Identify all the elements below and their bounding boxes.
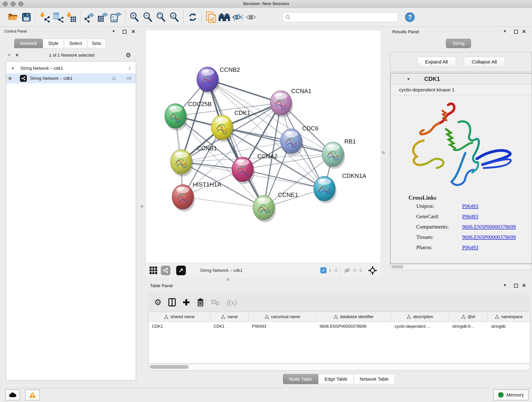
tab-node-table[interactable]: Node Table <box>283 374 318 384</box>
save-floppy-icon <box>22 13 31 22</box>
zoom-out-button[interactable] <box>141 11 154 24</box>
cell-canonical-name[interactable]: P06493 <box>249 322 317 331</box>
import-table-button[interactable] <box>65 11 78 24</box>
zoom-fit-button[interactable] <box>154 11 168 24</box>
column-header[interactable]: canonical name <box>249 312 317 322</box>
apply-layout-refresh-button[interactable] <box>186 11 199 24</box>
cell-id[interactable]: stringdb:9... <box>449 322 488 331</box>
tab-select[interactable]: Select <box>64 39 87 48</box>
tab-sets[interactable]: Sets <box>87 39 106 48</box>
column-header[interactable]: @id <box>449 312 488 322</box>
results-panel-float-icon[interactable] <box>514 30 518 35</box>
grid-view-icon[interactable] <box>149 266 158 274</box>
cell-name[interactable]: CDK1 <box>210 322 249 331</box>
scrollbar-thumb[interactable] <box>150 365 189 369</box>
control-panel-close-icon[interactable]: ✕ <box>131 29 135 34</box>
column-header[interactable]: description <box>391 312 449 322</box>
network-panel-gear-icon[interactable]: ⚙ <box>126 52 131 58</box>
left-splitter-handle[interactable] <box>140 205 143 208</box>
column-header[interactable]: name <box>210 312 249 322</box>
control-panel-menu-icon[interactable]: ▼ <box>112 29 115 33</box>
results-horizontal-scrollbar[interactable] <box>390 264 532 270</box>
results-panel-menu-icon[interactable]: ▼ <box>503 29 507 33</box>
import-network-button[interactable] <box>38 11 51 24</box>
string-clone-network-button[interactable] <box>204 11 218 24</box>
tab-network[interactable]: Network <box>14 39 43 48</box>
table-panel-menu-icon[interactable]: ▼ <box>503 283 507 287</box>
memory-button[interactable]: Memory <box>493 389 529 400</box>
tab-string[interactable]: String <box>446 39 471 48</box>
network-row-selected[interactable]: String Network – cdk1 11 48 <box>6 73 136 83</box>
export-network-button[interactable] <box>83 11 96 24</box>
table-horizontal-scrollbar[interactable] <box>148 364 530 370</box>
save-session-button[interactable] <box>20 11 33 24</box>
pan-crosshair-icon[interactable] <box>368 266 377 275</box>
network-node-cdc25b[interactable] <box>165 104 188 131</box>
network-node-rb1[interactable] <box>322 142 345 169</box>
bottom-splitter-handle[interactable] <box>227 278 230 281</box>
uniprot-link[interactable]: P06493 <box>462 203 478 209</box>
string-home-button[interactable] <box>218 11 231 24</box>
collapse-triangle-icon[interactable]: ▼ <box>407 77 410 81</box>
search-input[interactable] <box>291 14 395 20</box>
cell-database-identifier[interactable]: 9606.ENSP00000378699 <box>317 322 391 331</box>
network-share-toggle-icon[interactable] <box>161 266 171 275</box>
collapse-triangle-icon[interactable]: ▼ <box>11 66 14 70</box>
network-node-ccnb2[interactable] <box>197 67 220 94</box>
hidden-eye-slash-icon[interactable] <box>343 268 351 274</box>
table-gear-icon[interactable]: ⚙ <box>154 298 162 306</box>
table-data-row[interactable]: CDK1 CDK1 P06493 9606.ENSP00000378699 cy… <box>149 322 530 331</box>
gene-section-header[interactable]: ▼ CDK1 <box>391 73 532 85</box>
help-button[interactable]: ? <box>403 11 417 24</box>
tab-network-table[interactable]: Network Table <box>354 374 395 384</box>
network-node-cdk1[interactable] <box>211 115 234 142</box>
hierarchy-icon <box>407 315 411 319</box>
tab-edge-table[interactable]: Edge Table <box>318 374 354 384</box>
selected-checkbox-icon[interactable]: ✓ <box>320 267 326 274</box>
network-collection-row[interactable]: ▼ String Network – cdk1 1 <box>6 63 136 73</box>
cell-description[interactable]: cyclin-dependent ... <box>391 322 449 331</box>
pharos-link[interactable]: P06493 <box>462 245 478 250</box>
cell-shared-name[interactable]: CDK1 <box>149 322 210 331</box>
delete-column-trash-icon[interactable] <box>197 298 204 306</box>
zoom-in-button[interactable] <box>128 11 141 24</box>
function-builder-icon[interactable]: f(x) <box>227 298 237 307</box>
column-header[interactable]: namespace <box>488 312 530 322</box>
delete-table-icon[interactable] <box>211 299 220 306</box>
enhanced-graphics-hide-button[interactable] <box>231 11 244 24</box>
network-node-ccna2[interactable] <box>232 157 255 184</box>
toolbar-search[interactable] <box>283 12 398 22</box>
network-graph[interactable]: CCNB2CCNA1CDC25BCDK1CDC6RB1CCNB1CCNA2CDK… <box>146 30 380 263</box>
import-network-from-database-button[interactable] <box>51 11 65 24</box>
column-header[interactable]: database identifier <box>317 312 391 322</box>
tissues-link[interactable]: 9606.ENSP00000378699 <box>462 234 516 240</box>
warning-status-button[interactable] <box>25 389 40 400</box>
right-splitter-handle[interactable] <box>382 151 385 154</box>
scrollbar-thumb[interactable] <box>391 265 404 268</box>
compartments-link[interactable]: 9606.ENSP00000378699 <box>462 224 516 230</box>
cell-namespace[interactable]: stringdb <box>488 322 530 331</box>
control-panel-float-icon[interactable] <box>123 30 127 35</box>
create-column-plus-icon[interactable] <box>183 299 190 306</box>
network-node-ccna1[interactable] <box>270 90 293 118</box>
table-panel-float-icon[interactable] <box>514 284 518 288</box>
show-hide-gray-eye-button[interactable] <box>244 11 258 24</box>
network-node-cdc6[interactable] <box>280 129 303 156</box>
network-node-ccne1[interactable] <box>253 195 276 222</box>
export-image-button[interactable] <box>109 11 123 24</box>
results-panel-close-icon[interactable]: ✕ <box>522 29 526 34</box>
zoom-selected-button[interactable] <box>168 11 181 24</box>
column-header[interactable]: shared name <box>149 312 210 322</box>
table-panel-close-icon[interactable]: ✕ <box>522 283 526 288</box>
birdseye-view-icon[interactable]: ↗ <box>176 266 186 275</box>
collapse-all-button[interactable]: Collapse All <box>464 57 505 67</box>
show-columns-icon[interactable] <box>168 298 176 306</box>
expand-all-button[interactable]: Expand All <box>417 57 456 67</box>
tab-style[interactable]: Style <box>43 39 64 48</box>
open-session-button[interactable] <box>6 11 20 24</box>
cloud-status-button[interactable] <box>5 389 20 400</box>
genecard-link[interactable]: P06493 <box>462 214 478 220</box>
network-node-cdkn1a[interactable] <box>314 176 336 203</box>
network-canvas[interactable]: CCNB2CCNA1CDC25BCDK1CDC6RB1CCNB1CCNA2CDK… <box>146 30 381 263</box>
export-table-button[interactable] <box>96 11 109 24</box>
